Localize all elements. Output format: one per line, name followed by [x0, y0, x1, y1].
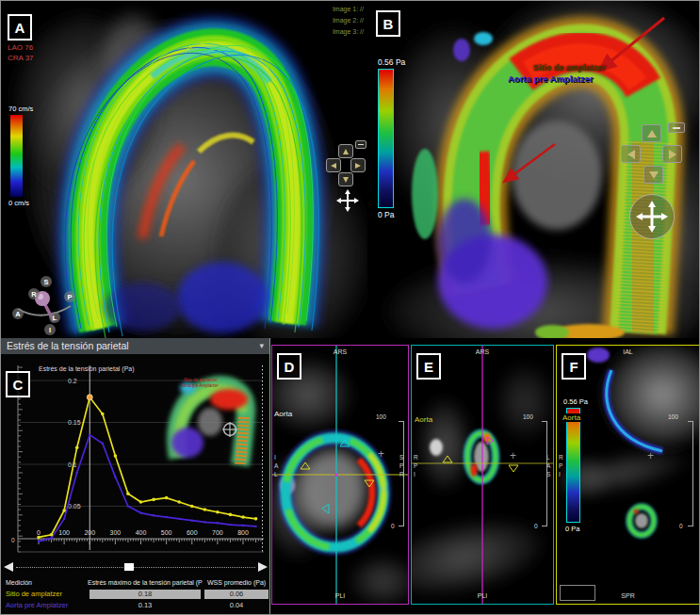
orientation-letter-a: A: [15, 310, 21, 318]
orientation-letter-p: P: [67, 293, 72, 301]
wss-colorbar: [566, 408, 580, 523]
triangle-up-icon: [647, 130, 657, 138]
orientation-letter-l: L: [53, 314, 57, 322]
panel-a-streamlines-view[interactable]: A LAO 76 CRA 37 Image 1: // Image 2: // …: [1, 1, 367, 338]
pan-up-button[interactable]: [338, 144, 353, 158]
pan-left-button[interactable]: [326, 158, 341, 172]
svg-text:100: 100: [58, 529, 70, 536]
pan-down-button[interactable]: [643, 166, 663, 184]
image-series-list: Image 1: // Image 2: // Image 3: //: [333, 4, 364, 38]
row-label-pre: Aorta pre Amplatzer: [1, 600, 88, 611]
marker-plus-icon: +: [378, 447, 384, 461]
svg-text:700: 700: [212, 529, 223, 536]
image-series-item: Image 3: //: [333, 26, 364, 38]
panel-e-label: E: [416, 353, 441, 380]
scrollbar-handle[interactable]: [124, 563, 134, 571]
marker-plus-icon: +: [647, 449, 654, 462]
orientation-letter-s: S: [43, 278, 48, 286]
pan-right-button[interactable]: [350, 158, 366, 172]
chart-title: Estrés de la tensión parietal (Pa): [39, 365, 135, 372]
scale-min: 0: [534, 523, 538, 529]
orientation-letter-r: R: [31, 290, 37, 299]
marker-plus-icon: +: [510, 449, 516, 462]
panel-c-wss-chart[interactable]: Estrés de la tensión parietal ▾ C Estrés…: [1, 338, 270, 615]
crosshair-center-dot: [334, 473, 337, 476]
inset-pre-label: Aorta pre Amplatzer: [181, 383, 219, 388]
structure-label: Aorta: [561, 413, 582, 422]
row-max-site: 0.18: [90, 590, 201, 599]
panel-d-label: D: [277, 353, 301, 380]
inset-site-label: Sitio de amplatzer: [184, 378, 219, 382]
panel-d-mpr-view[interactable]: D ARS PLI Aorta IAL SPR 100 0 +: [271, 345, 409, 605]
scrollbar-track[interactable]: [16, 567, 255, 568]
pan-down-button[interactable]: [338, 172, 353, 186]
panel-c-label: C: [6, 371, 30, 397]
annotation-site-label: Sitio de amplatzer: [533, 63, 606, 73]
chart-area: C Estrés de la tensión parietal (Pa) 0.0…: [1, 354, 270, 615]
panel-a-label: A: [8, 14, 32, 40]
measurement-dropdown[interactable]: Estrés de la tensión parietal ▾: [1, 338, 269, 354]
projection-lao: LAO 76: [8, 42, 34, 53]
panel-b-wss-view[interactable]: B 0.56 Pa 0 Pa Sitio de amplatzer Aorta …: [370, 1, 700, 338]
triangle-left-icon: [331, 163, 336, 169]
scroll-left-icon[interactable]: [4, 562, 13, 572]
scale-ruler: [399, 421, 404, 526]
scale-ruler: [688, 421, 693, 526]
triangle-right-icon: [669, 150, 676, 159]
wss-colorbar: [378, 69, 394, 208]
table-row[interactable]: Aorta pre Amplatzer 0.13 0.04: [1, 600, 270, 611]
zoom-out-button[interactable]: [355, 140, 366, 149]
svg-text:300: 300: [110, 529, 122, 536]
pan-tool-button[interactable]: [629, 194, 675, 239]
scale-max: 100: [523, 413, 533, 420]
annotation-pre-label: Aorta pre Amplatzer: [508, 73, 593, 84]
scroll-right-icon[interactable]: [258, 562, 268, 572]
row-avg-site: 0.06: [204, 590, 269, 599]
table-header-row: Medición Estrés máximo de la tensión par…: [1, 577, 270, 589]
table-header-avg: WSS promedio (Pa): [203, 577, 270, 589]
time-scrollbar[interactable]: [4, 561, 268, 575]
orientation-edge-bottom: PLI: [412, 592, 553, 599]
measurement-dropdown-label: Estrés de la tensión parietal: [7, 340, 129, 351]
chevron-down-icon: ▾: [259, 338, 264, 354]
panel-e-mpr-view[interactable]: E ARS PLI Aorta RPI LAS 100 0 +: [411, 345, 554, 605]
aorta-inset-thumbnail: Sitio de amplatzer Aorta pre Amplatzer: [138, 365, 270, 482]
pan-left-button[interactable]: [621, 145, 641, 163]
scale-max: 100: [668, 413, 678, 420]
orientation-edge-bottom: PLI: [272, 592, 408, 599]
wss-colorbar-min: 0 Pa: [378, 210, 395, 219]
measurement-table: Medición Estrés máximo de la tensión par…: [1, 577, 270, 611]
table-row[interactable]: Sitio de amplatzer 0.18 0.06: [1, 589, 270, 600]
orientation-letter-i: I: [49, 326, 51, 334]
pan-up-button[interactable]: [642, 124, 661, 142]
mpr-sagittal-image: [412, 346, 553, 604]
wss-colorbar-min: 0 Pa: [565, 525, 579, 533]
orientation-edge-left: RPI: [559, 453, 563, 478]
scale-min: 0: [679, 523, 683, 529]
row-avg-pre: 0.04: [203, 600, 270, 611]
annotation-box[interactable]: [560, 585, 595, 601]
move-tool-icon[interactable]: [336, 189, 359, 212]
scale-min: 0: [391, 523, 395, 529]
velocity-colorbar-max: 70 cm/s: [8, 105, 33, 113]
table-header-max: Estrés máximo de la tensión parietal (Pa…: [88, 577, 203, 589]
scale-max: 100: [376, 413, 386, 420]
pan-right-button[interactable]: [662, 145, 682, 163]
triangle-left-icon: [627, 150, 635, 159]
panel-f-mpr-view[interactable]: F IAL SPR 0.56 Pa 0 Pa Aorta RPI 100 0 +: [556, 345, 700, 605]
wss-colorbar-max: 0.56 Pa: [378, 57, 405, 67]
row-max-pre: 0.13: [88, 600, 203, 611]
row-label-site: Sitio de amplatzer: [1, 589, 88, 600]
chart-selected-point[interactable]: [87, 395, 92, 400]
projection-angles: LAO 76 CRA 37: [8, 42, 34, 63]
zoom-out-button[interactable]: [668, 122, 685, 133]
svg-text:0: 0: [11, 537, 15, 543]
image-series-item: Image 1: //: [333, 4, 364, 15]
structure-label: Aorta: [274, 410, 292, 418]
velocity-colorbar-min: 0 cm/s: [8, 199, 29, 207]
orientation-cube-widget[interactable]: S R P A L I: [5, 270, 86, 336]
mpr-axial-image: [272, 346, 408, 604]
structure-label: Aorta: [415, 415, 432, 424]
app-window: A LAO 76 CRA 37 Image 1: // Image 2: // …: [0, 0, 700, 615]
triangle-up-icon: [343, 149, 349, 154]
